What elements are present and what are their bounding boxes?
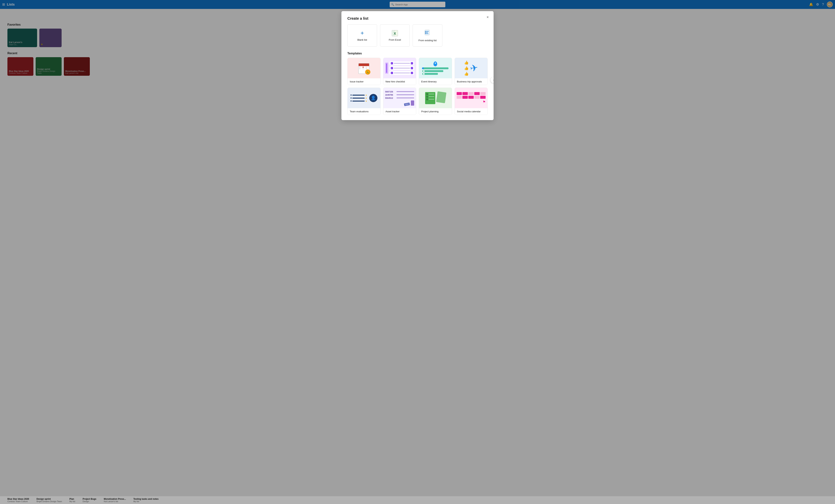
project-planning-template[interactable]: ✓ ✓ ✓ [419,88,452,115]
team-evaluations-template[interactable]: ★ ★ ★ [347,88,381,115]
modal-title: Create a list [347,16,488,21]
social-media-calendar-template[interactable]: ⚑ Social media calendar [455,88,488,115]
team-evaluations-preview: ★ ★ ★ [348,88,380,108]
issue-tracker-label: Issue tracker [348,78,380,85]
asset-tracker-label: Asset tracker [383,108,416,115]
event-itinerary-template[interactable]: Event itinerary [419,58,452,85]
create-list-modal: × Create a list + Blank list X [342,11,493,120]
blank-list-option[interactable]: + Blank list [347,24,377,46]
blank-list-icon: + [361,30,364,37]
svg-text:X: X [394,32,396,36]
team-evaluations-label: Team evaluations [348,108,380,115]
new-hire-checklist-template[interactable]: ✓ ✓ ✓ ✓ ✓ [383,58,416,85]
issue-tracker-preview: 🐛 [348,58,380,78]
svg-point-11 [425,33,426,34]
from-existing-icon [424,29,431,37]
business-trip-preview: 👍 👍 👍 ✈ [455,58,488,78]
project-planning-label: Project planning [419,108,452,115]
templates-grid: 🐛 Issue tracker ✓ [347,58,488,115]
from-existing-label: From existing list [419,39,436,42]
modal-close-button[interactable]: × [485,14,491,20]
from-excel-option[interactable]: X From Excel [380,24,410,46]
svg-point-10 [425,32,426,33]
scroll-right-button[interactable]: › [491,77,493,83]
excel-icon: X [391,30,398,37]
asset-tracker-preview: 5687156 1649786 5564512 3264 [383,88,416,108]
from-existing-option[interactable]: From existing list [413,24,442,46]
svg-point-9 [425,31,426,32]
business-trip-approvals-template[interactable]: 👍 👍 👍 ✈ Business trip approvals [455,58,488,85]
business-trip-approvals-label: Business trip approvals [455,78,488,85]
asset-tracker-template[interactable]: 5687156 1649786 5564512 3264 [383,88,416,115]
issue-tracker-template[interactable]: 🐛 Issue tracker [347,58,381,85]
templates-section-title: Templates [347,52,488,55]
from-excel-label: From Excel [389,38,401,41]
event-itinerary-preview [419,58,452,78]
social-media-calendar-preview: ⚑ [455,88,488,108]
project-planning-preview: ✓ ✓ ✓ [419,88,452,108]
create-options-row: + Blank list X From Excel [347,24,488,46]
new-hire-preview: ✓ ✓ ✓ ✓ ✓ [383,58,416,78]
modal-overlay[interactable]: × Create a list + Blank list X [0,0,835,504]
blank-list-label: Blank list [358,38,367,41]
social-media-calendar-label: Social media calendar [455,108,488,115]
new-hire-checklist-label: New hire checklist [383,78,416,85]
event-itinerary-label: Event itinerary [419,78,452,85]
